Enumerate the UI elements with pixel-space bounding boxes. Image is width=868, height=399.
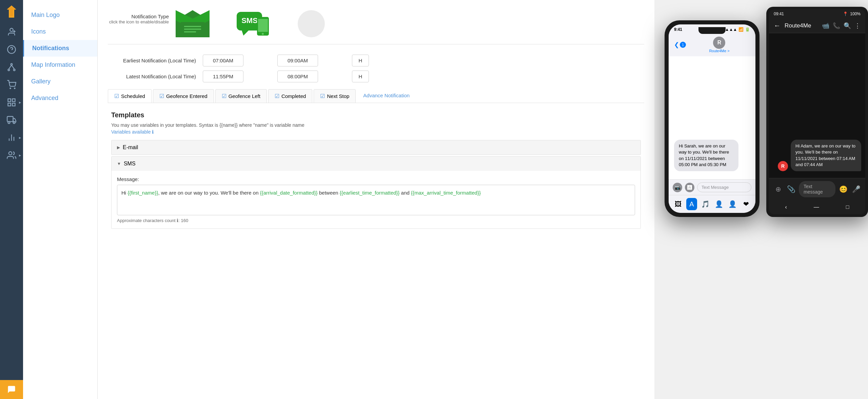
variables-link[interactable]: Variables available ℹ bbox=[111, 129, 641, 135]
third-notification-icon[interactable] bbox=[298, 10, 325, 37]
iphone-camera-button[interactable]: 📷 bbox=[673, 183, 682, 192]
iphone-message-bubble: Hi Sarah, we are on our way to you. We'l… bbox=[674, 140, 738, 171]
svg-point-25 bbox=[9, 152, 12, 155]
android-call-icon[interactable]: 📞 bbox=[833, 22, 840, 29]
android-nav-bar: ‹ — □ bbox=[769, 200, 865, 214]
nav-main-logo[interactable]: Main Logo bbox=[23, 7, 97, 23]
message-label: Message: bbox=[117, 176, 635, 182]
third-latest-input[interactable] bbox=[352, 71, 369, 82]
nav-advanced[interactable]: Advanced bbox=[23, 90, 97, 106]
android-text-input[interactable]: Text message bbox=[799, 181, 835, 197]
nav-gallery[interactable]: Gallery bbox=[23, 73, 97, 90]
sms-accordion-arrow: ▼ bbox=[117, 161, 121, 166]
earliest-label: Earliest Notification (Local Time) bbox=[108, 58, 203, 63]
phones-area: 9:41 ▲▲▲ 📶 🔋 ❮ 1 bbox=[665, 0, 868, 399]
sidebar-item-route[interactable] bbox=[0, 58, 23, 76]
android-avatar: R bbox=[778, 161, 788, 171]
sidebar-item-add-user[interactable] bbox=[0, 23, 23, 41]
scheduled-checkbox[interactable]: ☑ bbox=[114, 93, 119, 99]
iphone-back-badge: 1 bbox=[680, 42, 686, 48]
geofence-entered-checkbox[interactable]: ☑ bbox=[159, 93, 164, 99]
sms-latest-input[interactable] bbox=[277, 71, 318, 82]
svg-text:SMS: SMS bbox=[241, 16, 258, 25]
sidebar-item-vehicle[interactable] bbox=[0, 111, 23, 129]
chat-button[interactable] bbox=[0, 380, 23, 399]
tab-geofence-left[interactable]: ☑ Geofence Left bbox=[215, 89, 267, 103]
sidebar-item-team[interactable] bbox=[0, 146, 23, 164]
tab-geofence-entered[interactable]: ☑ Geofence Entered bbox=[153, 89, 214, 103]
android-nav-recent[interactable]: □ bbox=[841, 203, 855, 212]
sidebar-item-reports[interactable] bbox=[0, 94, 23, 111]
sidebar-item-help[interactable] bbox=[0, 41, 23, 58]
tab-next-stop[interactable]: ☑ Next Stop bbox=[314, 89, 356, 103]
third-earliest-input[interactable] bbox=[352, 55, 369, 66]
android-status-icons: 📍 100% bbox=[843, 12, 861, 16]
android-mic-button[interactable]: 🎤 bbox=[851, 184, 861, 194]
android-back-button[interactable]: ← bbox=[774, 22, 781, 29]
geofence-left-checkbox[interactable]: ☑ bbox=[222, 93, 226, 99]
tab-scheduled[interactable]: ☑ Scheduled bbox=[108, 89, 152, 103]
sidebar-item-cart[interactable] bbox=[0, 76, 23, 94]
iphone-appstore-icon[interactable]: A bbox=[686, 198, 697, 210]
android-more-icon[interactable]: ⋮ bbox=[854, 22, 861, 29]
sidebar-item-analytics[interactable] bbox=[0, 129, 23, 146]
iphone-heart-icon[interactable]: ❤ bbox=[741, 198, 751, 210]
android-nav-home[interactable]: — bbox=[808, 203, 825, 212]
iphone-battery: 🔋 bbox=[745, 27, 750, 32]
android-search-icon[interactable]: 🔍 bbox=[844, 22, 851, 29]
sms-accordion-body: Message: Hi {{first_name}}, we are on ou… bbox=[112, 171, 640, 228]
email-notification-icon[interactable] bbox=[176, 10, 210, 37]
email-accordion-header[interactable]: ▶ E-mail bbox=[112, 140, 640, 155]
iphone-text-input[interactable]: Text Message bbox=[697, 182, 751, 192]
nav-notifications[interactable]: Notifications bbox=[23, 40, 97, 57]
iphone-messages-body: Hi Sarah, we are on our way to you. We'l… bbox=[669, 56, 755, 179]
iphone-mockup: 9:41 ▲▲▲ 📶 🔋 ❮ 1 bbox=[665, 20, 760, 217]
android-add-button[interactable]: ⊕ bbox=[773, 184, 783, 194]
message-textarea[interactable]: Hi {{first_name}}, we are on our way to … bbox=[117, 185, 635, 215]
android-location-icon: 📍 bbox=[843, 12, 848, 16]
android-screen: 09:41 📍 100% ← Route4Me 📹 📞 🔍 bbox=[769, 9, 865, 214]
next-stop-checkbox[interactable]: ☑ bbox=[320, 93, 325, 99]
iphone-photos-icon[interactable]: 🖼 bbox=[673, 198, 684, 210]
iphone-contact-name[interactable]: Route4Me > bbox=[709, 49, 729, 53]
time-inputs-latest bbox=[203, 71, 369, 82]
tab-completed[interactable]: ☑ Completed bbox=[268, 89, 313, 103]
iphone-contact1-icon[interactable]: 👤 bbox=[713, 198, 724, 210]
svg-point-3 bbox=[10, 28, 13, 32]
android-sticker-button[interactable]: 📎 bbox=[786, 184, 796, 194]
nav-map-information[interactable]: Map Information bbox=[23, 57, 97, 73]
iphone-contact-avatar: R bbox=[713, 37, 725, 49]
completed-checkbox[interactable]: ☑ bbox=[275, 93, 279, 99]
iphone-music-icon[interactable]: 🎵 bbox=[700, 198, 711, 210]
iphone-input-bar: 📷 🅰 Text Message bbox=[669, 179, 755, 195]
iphone-contact[interactable]: R Route4Me > bbox=[709, 37, 729, 53]
svg-point-13 bbox=[10, 88, 11, 88]
android-mockup: 09:41 📍 100% ← Route4Me 📹 📞 🔍 bbox=[766, 7, 868, 217]
svg-point-20 bbox=[8, 122, 10, 124]
app-logo[interactable] bbox=[3, 3, 20, 20]
nav-icons[interactable]: Icons bbox=[23, 23, 97, 40]
android-contact-name: Route4Me bbox=[785, 22, 818, 29]
iphone-messages-header: ❮ 1 R Route4Me > bbox=[669, 35, 755, 56]
android-header-actions: 📹 📞 🔍 ⋮ bbox=[822, 22, 861, 29]
android-emoji-button[interactable]: 😊 bbox=[838, 184, 848, 194]
sms-accordion-header[interactable]: ▼ SMS bbox=[112, 157, 640, 171]
notification-icons-row: SMS bbox=[176, 10, 325, 37]
android-input-bar: ⊕ 📎 Text message 😊 🎤 bbox=[769, 178, 865, 200]
android-nav-back[interactable]: ‹ bbox=[780, 203, 792, 212]
templates-section: Templates You may use variables in your … bbox=[108, 111, 644, 229]
iphone-contact2-icon[interactable]: 👤 bbox=[727, 198, 738, 210]
earliest-notification-row: Earliest Notification (Local Time) bbox=[108, 55, 644, 66]
iphone-dock: 🖼 A 🎵 👤 👤 ❤ bbox=[669, 195, 755, 213]
sms-notification-icon[interactable]: SMS bbox=[237, 10, 271, 37]
sms-earliest-input[interactable] bbox=[277, 55, 318, 66]
android-videocall-icon[interactable]: 📹 bbox=[822, 22, 829, 29]
sidebar-icons bbox=[0, 0, 23, 399]
android-message-bubble: Hi Adam, we are on our way to you. We'll… bbox=[791, 140, 861, 171]
iphone-apps-button[interactable]: 🅰 bbox=[685, 183, 694, 192]
email-earliest-input[interactable] bbox=[203, 55, 243, 66]
iphone-back-button[interactable]: ❮ 1 bbox=[674, 41, 686, 48]
svg-rect-16 bbox=[12, 99, 15, 102]
tab-advance-notification[interactable]: Advance Notification bbox=[357, 89, 416, 103]
email-latest-input[interactable] bbox=[203, 71, 243, 82]
